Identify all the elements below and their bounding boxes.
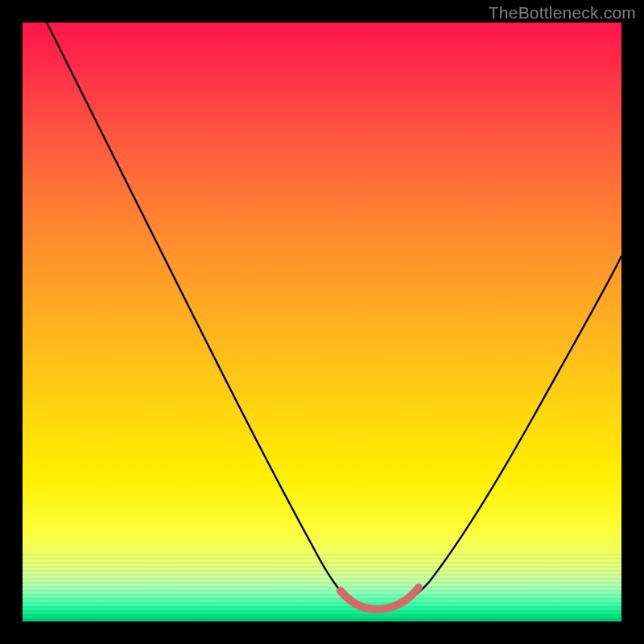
plot-area [23, 23, 621, 621]
watermark: TheBottleneck.com [489, 3, 636, 23]
bottleneck-curve [23, 23, 621, 621]
highlight-segment [341, 588, 419, 609]
chart-frame: TheBottleneck.com [0, 0, 644, 644]
curve-path [47, 23, 621, 608]
